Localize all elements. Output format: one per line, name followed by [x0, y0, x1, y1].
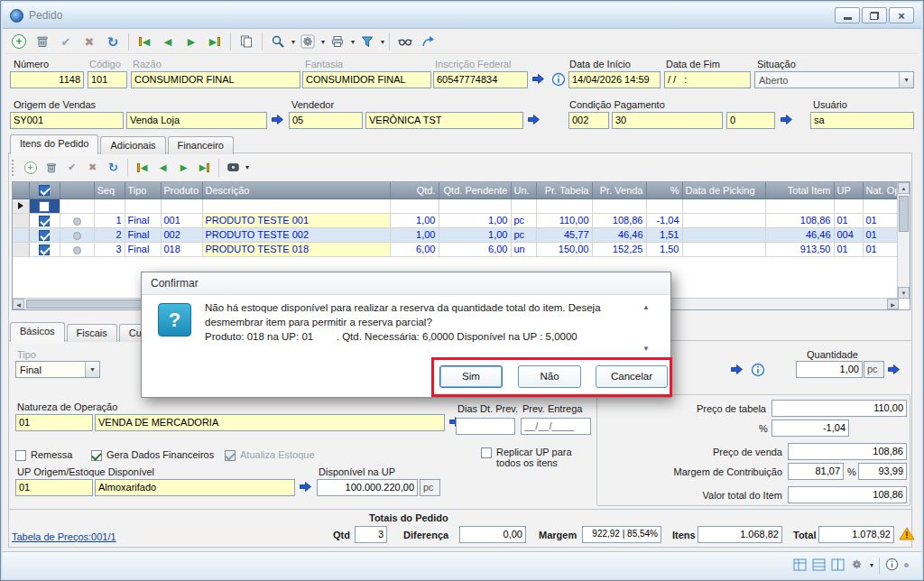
grid-cell-produto[interactable]: 001 — [161, 213, 202, 227]
pct-field[interactable]: -1,04 — [772, 420, 849, 437]
codigo-field[interactable]: 101 — [88, 71, 127, 88]
item-cancel-button[interactable]: ✖ — [83, 158, 102, 177]
tab-adicionais[interactable]: Adicionais — [100, 136, 165, 154]
grid-cell-tipo[interactable]: Final — [125, 213, 161, 227]
grid-vertical-scrollbar[interactable]: ▲ ▼ — [897, 182, 910, 299]
copy-button[interactable] — [236, 31, 257, 52]
tipo-combo[interactable]: Final▾ — [15, 361, 100, 378]
grid-header-picking[interactable]: Data de Picking — [682, 182, 765, 198]
grid-cell[interactable] — [592, 198, 646, 213]
row-checkbox[interactable] — [39, 230, 50, 241]
gera-dados-financeiros-checkbox[interactable]: Gera Dados Financeiros — [91, 449, 214, 461]
next-record-button[interactable]: ▶ — [180, 31, 202, 52]
atualiza-estoque-checkbox[interactable]: Atualiza Estoque — [225, 449, 315, 461]
lookup-arrow-icon[interactable] — [780, 114, 794, 126]
grid-header-status[interactable] — [60, 182, 94, 198]
grid-cell-total-item[interactable]: 46,46 — [765, 227, 834, 242]
confirm-button[interactable]: ✔ — [55, 31, 77, 52]
origem-desc-field[interactable]: Venda Loja — [126, 112, 267, 129]
print-dropdown[interactable]: ▾ — [351, 38, 355, 46]
fantasia-field[interactable]: CONSUMIDOR FINAL — [302, 71, 431, 88]
vendedor-code-field[interactable]: 05 — [289, 112, 363, 129]
tab-financeiro[interactable]: Financeiro — [168, 136, 234, 154]
table-row[interactable]: 1 Final 001 PRODUTO TESTE 001 1,00 1,00 … — [13, 213, 899, 227]
lookup-arrow-icon[interactable] — [887, 364, 901, 376]
grid-cell[interactable] — [60, 198, 94, 213]
dialog-scroll-up-icon[interactable]: ▲ — [640, 303, 652, 311]
grid-cell-select[interactable] — [29, 227, 60, 242]
export-button[interactable] — [418, 31, 439, 52]
grid-cell-up[interactable]: 01 — [834, 213, 863, 227]
grid-cell-status[interactable] — [60, 227, 94, 242]
close-button[interactable]: × — [889, 7, 914, 23]
grid-cell-un[interactable]: pc — [511, 227, 536, 242]
natureza-code-field[interactable]: 01 — [15, 414, 93, 431]
grid-header-pr-tabela[interactable]: Pr. Tabela — [536, 182, 592, 198]
item-first-button[interactable]: ◀ — [133, 158, 152, 177]
grid-cell-qtd[interactable]: 1,00 — [390, 227, 439, 242]
grid-cell-produto[interactable]: 002 — [161, 227, 202, 242]
grid-cell[interactable] — [161, 198, 202, 213]
razao-field[interactable]: CONSUMIDOR FINAL — [131, 71, 300, 88]
up-desc-field[interactable]: Almoxarifado — [95, 479, 295, 496]
margem-valor-field[interactable]: 93,99 — [858, 463, 907, 480]
lookup-arrow-icon[interactable] — [299, 481, 313, 493]
grid-cell-qtd[interactable]: 6,00 — [390, 242, 439, 256]
data-inicio-field[interactable]: 14/04/2026 14:59 — [568, 71, 661, 88]
settings-button[interactable] — [297, 31, 319, 52]
first-record-button[interactable]: ◀ — [134, 31, 155, 52]
grid-cell-pct[interactable]: -1,04 — [646, 213, 682, 227]
grid-header-descricao[interactable]: Descrição — [202, 182, 390, 198]
item-delete-button[interactable] — [42, 158, 60, 177]
search-button[interactable] — [267, 31, 289, 52]
situacao-combo[interactable]: Aberto▾ — [754, 71, 914, 88]
table-row[interactable]: 3 Final 018 PRODUTO TESTE 018 6,00 6,00 … — [13, 242, 899, 256]
minimize-button[interactable] — [835, 7, 860, 23]
grid-cell[interactable] — [682, 198, 765, 213]
delete-button[interactable] — [32, 31, 53, 52]
grid-cell-qtd[interactable]: 1,00 — [390, 213, 439, 227]
grid-cell[interactable] — [765, 198, 834, 213]
grid-header-up[interactable]: UP — [834, 182, 863, 198]
table-view-button[interactable] — [793, 558, 807, 573]
grid-cell-tipo[interactable]: Final — [125, 227, 161, 242]
condicao-code-field[interactable]: 002 — [568, 112, 609, 129]
restore-button[interactable] — [862, 7, 887, 23]
tabela-precos-link[interactable]: Tabela de Preços:001/1 — [12, 531, 116, 542]
grid-cell[interactable] — [834, 198, 863, 213]
grid-cell-qtd-pendente[interactable]: 6,00 — [439, 242, 511, 256]
sim-button[interactable]: Sim — [439, 365, 503, 388]
condicao-extra-field[interactable]: 0 — [726, 112, 775, 129]
chevron-down-icon[interactable]: ▾ — [85, 362, 99, 377]
grid-cell-descricao[interactable]: PRODUTO TESTE 002 — [202, 227, 390, 242]
item-confirm-button[interactable]: ✔ — [62, 158, 81, 177]
split-view-button[interactable] — [831, 558, 845, 573]
inscricao-field[interactable]: 60547774834 — [433, 71, 528, 88]
grid-cell-nat-oper[interactable]: 01 — [863, 242, 899, 256]
grid-header-qtd[interactable]: Qtd. — [390, 182, 439, 198]
cancelar-button[interactable]: Cancelar — [596, 365, 668, 388]
grid-cell-pr-tabela[interactable]: 45,77 — [536, 227, 592, 242]
valor-total-field[interactable]: 108,86 — [788, 486, 907, 503]
grid-cell-select[interactable] — [29, 242, 60, 256]
grid-cell-picking[interactable] — [682, 227, 765, 242]
grid-header-select[interactable] — [29, 182, 60, 198]
item-next-button[interactable]: ▶ — [174, 158, 193, 177]
natureza-desc-field[interactable]: VENDA DE MERCADORIA — [95, 414, 445, 431]
origem-code-field[interactable]: SY001 — [10, 112, 124, 129]
scroll-right-icon[interactable]: ▶ — [887, 299, 899, 309]
grid-cell-pr-venda[interactable]: 152,25 — [592, 242, 646, 256]
total-field[interactable]: 1.078,92 — [818, 526, 894, 543]
preview-button[interactable] — [394, 31, 416, 52]
dias-prev-field[interactable] — [456, 418, 515, 435]
filter-button[interactable] — [356, 31, 378, 52]
row-checkbox[interactable] — [39, 244, 50, 255]
grid-cell-pr-tabela[interactable]: 110,00 — [536, 213, 592, 227]
disponivel-un-field[interactable]: pc — [420, 479, 440, 496]
dialog-scroll-down-icon[interactable]: ▼ — [640, 345, 652, 353]
grid-cell-tipo[interactable]: Final — [125, 242, 161, 256]
disponivel-field[interactable]: 100.000.220,00 — [317, 479, 418, 496]
quantidade-un-field[interactable]: pc — [864, 361, 884, 378]
prior-record-button[interactable]: ◀ — [157, 31, 179, 52]
grid-cell-total-item[interactable]: 108,86 — [765, 213, 834, 227]
